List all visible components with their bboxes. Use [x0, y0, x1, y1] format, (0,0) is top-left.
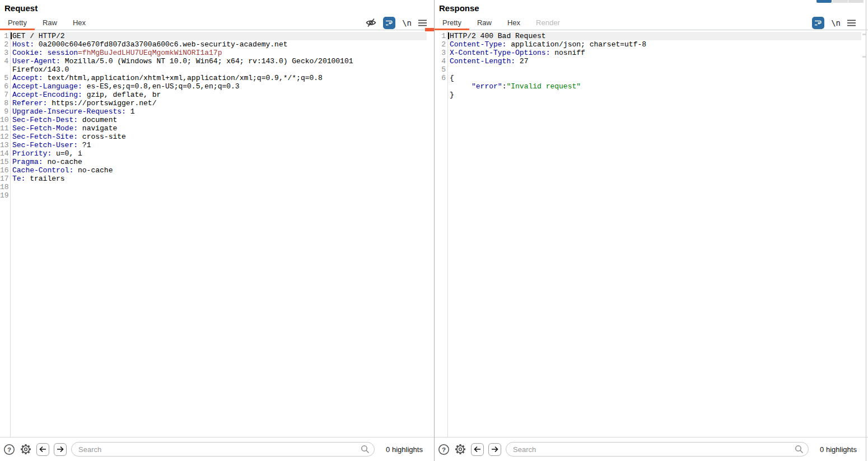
line-text: }: [446, 91, 861, 99]
line-number: 4: [0, 57, 8, 65]
line-number: [435, 82, 446, 91]
line-number: 5: [0, 74, 8, 82]
line-number: 1: [435, 32, 446, 40]
tab-pretty[interactable]: Pretty: [435, 16, 469, 30]
search-icon[interactable]: [361, 445, 370, 456]
line-number: [435, 91, 446, 99]
previous-match-button[interactable]: [471, 443, 484, 456]
code-line[interactable]: 19: [0, 191, 427, 200]
visibility-off-icon[interactable]: [366, 18, 376, 27]
window-control-partial[interactable]: [816, 0, 864, 3]
code-line[interactable]: 17Te: trailers: [0, 175, 427, 183]
code-line[interactable]: 9Upgrade-Insecure-Requests: 1: [0, 107, 427, 116]
response-highlights-count: 0 highlights: [813, 445, 864, 454]
request-search-input[interactable]: [71, 442, 375, 457]
code-line[interactable]: }: [435, 91, 861, 99]
message-editor-window: Request PrettyRawHex: [0, 0, 868, 461]
tab-raw[interactable]: Raw: [469, 16, 500, 30]
code-line[interactable]: 1GET / HTTP/2: [0, 32, 427, 40]
settings-gear-icon[interactable]: [20, 443, 32, 455]
code-line[interactable]: 3Cookie: session=fhMgBuJedLHU7UEqMgomkWi…: [0, 49, 427, 57]
line-number: [0, 65, 8, 74]
code-line[interactable]: 2Content-Type: application/json; charset…: [435, 40, 861, 49]
code-line[interactable]: 6Accept-Language: es-ES,es;q=0.8,en-US;q…: [0, 82, 427, 91]
line-number: 15: [0, 158, 8, 166]
line-number: 11: [0, 124, 8, 133]
line-text: Te: trailers: [8, 175, 427, 183]
code-line[interactable]: 18: [0, 183, 427, 191]
response-tabs: PrettyRawHexRender: [435, 16, 568, 30]
response-panel-title: Response: [439, 3, 479, 13]
response-editor[interactable]: 1HTTP/2 400 Bad Request2Content-Type: ap…: [435, 31, 868, 437]
code-line[interactable]: 15Pragma: no-cache: [0, 158, 427, 166]
code-line[interactable]: 1HTTP/2 400 Bad Request: [435, 32, 861, 40]
request-editor[interactable]: 1GET / HTTP/22Host: 0a2000c604e670fd807d…: [0, 31, 434, 437]
line-number: 8: [0, 99, 8, 107]
next-match-button[interactable]: [54, 443, 67, 456]
line-text: Sec-Fetch-User: ?1: [8, 141, 427, 149]
line-number: 5: [435, 65, 446, 74]
line-number: 13: [0, 141, 8, 149]
next-match-button[interactable]: [488, 443, 501, 456]
word-wrap-icon[interactable]: [812, 17, 824, 29]
svg-text:?: ?: [442, 446, 446, 453]
code-line[interactable]: 8Referer: https://portswigger.net/: [0, 99, 427, 107]
code-line[interactable]: 12Sec-Fetch-Site: cross-site: [0, 133, 427, 141]
line-text: {: [446, 74, 861, 82]
line-number: 18: [0, 183, 8, 191]
line-number: 12: [0, 133, 8, 141]
settings-gear-icon[interactable]: [454, 443, 466, 455]
code-line[interactable]: 11Sec-Fetch-Mode: navigate: [0, 124, 427, 133]
code-line[interactable]: 4Content-Length: 27: [435, 57, 861, 65]
code-line[interactable]: 13Sec-Fetch-User: ?1: [0, 141, 427, 149]
line-number: 9: [0, 107, 8, 116]
response-status-bar: ?: [435, 437, 868, 461]
line-text: [446, 65, 861, 74]
line-text: Cache-Control: no-cache: [8, 166, 427, 175]
line-text: User-Agent: Mozilla/5.0 (Windows NT 10.0…: [8, 57, 427, 65]
search-icon[interactable]: [795, 445, 804, 456]
code-line[interactable]: 7Accept-Encoding: gzip, deflate, br: [0, 91, 427, 99]
code-line[interactable]: "error":"Invalid request": [435, 82, 861, 91]
segment-active: [816, 0, 832, 3]
panel-divider[interactable]: [434, 0, 435, 461]
previous-match-button[interactable]: [36, 443, 49, 456]
response-search-input[interactable]: [506, 442, 809, 457]
line-text: [8, 191, 427, 200]
request-panel: Request PrettyRawHex: [0, 0, 434, 461]
code-line[interactable]: 5: [435, 65, 861, 74]
newline-toggle-icon[interactable]: \n: [831, 18, 841, 27]
response-toolbar: \n: [812, 16, 868, 30]
scroll-marker: [862, 34, 866, 35]
code-line[interactable]: 10Sec-Fetch-Dest: document: [0, 116, 427, 124]
tab-hex[interactable]: Hex: [500, 16, 528, 30]
code-line[interactable]: 14Priority: u=0, i: [0, 149, 427, 158]
code-line[interactable]: 16Cache-Control: no-cache: [0, 166, 427, 175]
line-text: Cookie: session=fhMgBuJedLHU7UEqMgomkWiN…: [8, 49, 427, 57]
code-line[interactable]: 6{: [435, 74, 861, 82]
code-line[interactable]: 4User-Agent: Mozilla/5.0 (Windows NT 10.…: [0, 57, 427, 65]
code-line[interactable]: 5Accept: text/html,application/xhtml+xml…: [0, 74, 427, 82]
tab-pretty[interactable]: Pretty: [0, 16, 35, 30]
line-number: 3: [0, 49, 8, 57]
line-text: Firefox/143.0: [8, 65, 427, 74]
code-line[interactable]: 2Host: 0a2000c604e670fd807d3a3700a600c6.…: [0, 40, 427, 49]
request-toolbar: \n: [366, 16, 434, 30]
tab-raw[interactable]: Raw: [35, 16, 65, 30]
line-text: Content-Type: application/json; charset=…: [446, 40, 861, 49]
tab-hex[interactable]: Hex: [65, 16, 94, 30]
code-line[interactable]: Firefox/143.0: [0, 65, 427, 74]
word-wrap-icon[interactable]: [383, 17, 395, 29]
code-line[interactable]: 3X-Content-Type-Options: nosniff: [435, 49, 861, 57]
menu-icon[interactable]: [418, 20, 427, 26]
line-number: 2: [0, 40, 8, 49]
menu-icon[interactable]: [847, 20, 856, 26]
segment: [848, 0, 864, 3]
newline-toggle-icon[interactable]: \n: [402, 18, 412, 27]
line-number: 3: [435, 49, 446, 57]
help-icon[interactable]: ?: [3, 444, 15, 455]
svg-text:?: ?: [7, 446, 11, 453]
cursor-position-marker: [425, 28, 434, 31]
line-text: Priority: u=0, i: [8, 149, 427, 158]
help-icon[interactable]: ?: [438, 444, 450, 455]
